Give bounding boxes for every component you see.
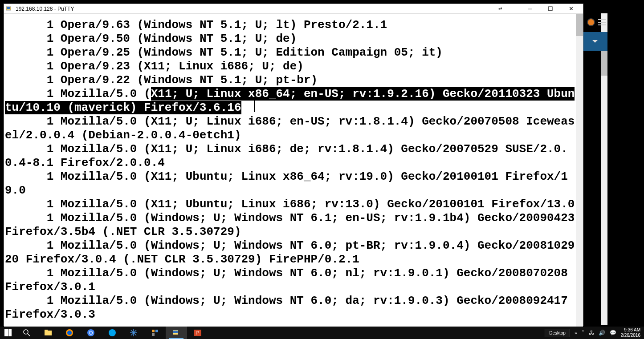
maximize-button[interactable]: ☐: [540, 4, 561, 13]
svg-point-3: [24, 330, 28, 334]
taskbar-chrome[interactable]: [80, 327, 102, 339]
putty-window: 192.168.10.128 - PuTTY ⇄ ─ ☐ ✕ 1 Opera/9…: [4, 4, 583, 326]
windows-logo-icon: [4, 329, 12, 336]
terminal-area[interactable]: 1 Opera/9.63 (Windows NT 5.1; U; lt) Pre…: [4, 14, 583, 327]
taskbar-powerpoint[interactable]: P: [187, 327, 208, 339]
terminal-line[interactable]: 1 Mozilla/5.0 (Windows; U; Windows NT 6.…: [5, 211, 575, 239]
taskbar-file-explorer[interactable]: [37, 327, 59, 339]
svg-point-8: [67, 331, 72, 335]
volume-icon[interactable]: 🔊: [599, 330, 605, 336]
start-button[interactable]: [0, 327, 16, 339]
network-icon[interactable]: 🖧: [589, 330, 594, 336]
taskbar-putty-active[interactable]: [166, 327, 187, 339]
tray-up-arrow-icon[interactable]: ˄: [582, 330, 584, 336]
terminal-selection[interactable]: X11; U; Linux x86_64; en-US; rv:1.9.2.16…: [5, 87, 575, 114]
remote-connection-icon: ⇄: [498, 6, 502, 11]
terminal-line[interactable]: 1 Mozilla/5.0 (Windows; U; Windows NT 6.…: [5, 266, 575, 294]
taskbar-app-vm[interactable]: [144, 327, 166, 339]
taskbar-clock[interactable]: 9:36 AM 2/20/2016: [621, 327, 641, 338]
svg-text:P: P: [196, 331, 200, 335]
svg-rect-15: [152, 333, 155, 336]
background-browser-window: [580, 0, 644, 339]
terminal-line[interactable]: 1 Opera/9.23 (X11; Linux i686; U; de): [5, 60, 575, 73]
terminal-line[interactable]: 1 Mozilla/5.0 (X11; Ubuntu; Linux x86_64…: [5, 170, 575, 198]
taskbar-firefox[interactable]: [59, 327, 80, 339]
terminal-line[interactable]: 1 Mozilla/5.0 (Windows; U; Windows NT 6.…: [5, 294, 575, 322]
window-title: 192.168.10.128 - PuTTY: [16, 6, 498, 12]
svg-rect-2: [10, 10, 12, 10]
svg-line-4: [28, 334, 30, 336]
svg-point-12: [109, 329, 116, 336]
svg-rect-17: [173, 331, 178, 333]
terminal-line[interactable]: 1 Mozilla/5.0 (X11; Ubuntu; Linux i686; …: [5, 198, 575, 211]
svg-rect-13: [152, 330, 155, 332]
terminal-line[interactable]: 1 Opera/9.63 (Windows NT 5.1; U; lt) Pre…: [5, 18, 575, 32]
terminal-line[interactable]: 1 Mozilla/5.0 (Windows; U; Windows NT 6.…: [5, 239, 575, 266]
browser-scrollbar: [601, 13, 607, 325]
taskbar-app-snowflake[interactable]: [123, 327, 144, 339]
terminal-scrollbar[interactable]: ▲: [576, 14, 583, 327]
svg-rect-6: [45, 330, 48, 331]
chevron-down-icon: [592, 40, 598, 43]
taskbar-search[interactable]: [16, 327, 37, 339]
terminal-line[interactable]: 1 Opera/9.25 (Windows NT 5.1; U; Edition…: [5, 46, 575, 60]
svg-rect-5: [45, 331, 52, 335]
action-center-icon[interactable]: 💬: [610, 330, 616, 336]
taskbar[interactable]: P Desktop » ˄ 🖧 🔊 💬 9:36 AM 2/20/2016: [0, 327, 644, 339]
terminal-line[interactable]: 1 Opera/9.22 (Windows NT 5.1; U; pt-br): [5, 73, 575, 87]
putty-icon: [6, 5, 13, 12]
terminal-line[interactable]: 1 Opera/9.50 (Windows NT 5.1; U; de): [5, 32, 575, 46]
scrollbar-thumb[interactable]: [576, 14, 583, 36]
terminal-line[interactable]: 1 Mozilla/5.0 (X11; U; Linux i686; en-US…: [5, 115, 575, 142]
tray-chevron-icon[interactable]: »: [575, 331, 577, 335]
desktop-toolbar-label[interactable]: Desktop: [545, 329, 570, 337]
svg-rect-1: [7, 7, 10, 9]
hamburger-menu-icon: [598, 19, 606, 25]
terminal-content[interactable]: 1 Opera/9.63 (Windows NT 5.1; U; lt) Pre…: [4, 14, 576, 323]
browser-extension-icon: [587, 18, 595, 26]
terminal-line[interactable]: 1 Mozilla/5.0 (X11; U; Linux i686; de; r…: [5, 142, 575, 170]
terminal-line[interactable]: 1 Mozilla/5.0 (X11; U; Linux x86_64; en-…: [5, 87, 575, 115]
svg-rect-14: [155, 330, 158, 332]
system-tray[interactable]: Desktop » ˄ 🖧 🔊 💬 9:36 AM 2/20/2016: [541, 327, 644, 338]
minimize-button[interactable]: ─: [520, 4, 540, 13]
browser-dropdown-button: [583, 32, 607, 51]
taskbar-app-blue[interactable]: [102, 327, 123, 339]
title-bar[interactable]: 192.168.10.128 - PuTTY ⇄ ─ ☐ ✕: [4, 4, 583, 14]
close-button[interactable]: ✕: [561, 4, 581, 13]
text-cursor: [254, 101, 255, 112]
svg-point-11: [90, 331, 92, 334]
